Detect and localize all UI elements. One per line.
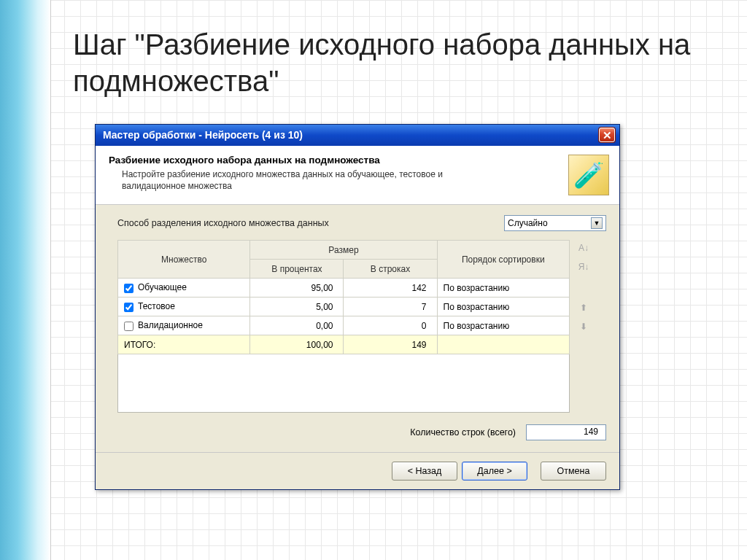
cell-order[interactable]: По возрастанию [437, 279, 569, 298]
total-count-row: Количество строк (всего) 149 [117, 424, 606, 440]
wizard-footer: < Назад Далее > Отмена [96, 452, 619, 489]
cell-set[interactable]: Валидационное [118, 316, 250, 335]
split-table: Множество Размер Порядок сортировки В пр… [117, 240, 570, 354]
table-row: Валидационное 0,00 0 По возрастанию [118, 316, 570, 335]
side-buttons: A↓ Я↓ ⬆ ⬇ [577, 240, 590, 413]
cell-order[interactable]: По возрастанию [437, 298, 569, 316]
wizard-header: Разбиение исходного набора данных на под… [96, 146, 619, 205]
col-order: Порядок сортировки [437, 241, 569, 279]
wizard-content: Способ разделения исходного множества да… [96, 205, 619, 452]
slide-left-stripe [0, 0, 51, 560]
empty-list-area [117, 354, 570, 413]
sort-desc-button[interactable]: Я↓ [577, 260, 590, 273]
total-order-empty [437, 335, 569, 354]
cell-rows[interactable]: 142 [344, 279, 437, 298]
total-pct: 100,00 [250, 335, 344, 354]
total-count-value: 149 [526, 424, 606, 440]
col-set: Множество [118, 241, 250, 279]
total-rows: 149 [344, 335, 437, 354]
col-size: Размер [250, 241, 437, 260]
next-button[interactable]: Далее > [462, 462, 527, 481]
cell-rows[interactable]: 7 [344, 298, 437, 316]
cell-rows[interactable]: 0 [344, 316, 437, 335]
total-label: ИТОГО: [118, 335, 250, 354]
wizard-step-icon: 🧪 [568, 155, 609, 195]
row-checkbox-validation[interactable] [124, 322, 133, 331]
table-row-total: ИТОГО: 100,00 149 [118, 335, 570, 354]
window-title: Мастер обработки - Нейросеть (4 из 10) [103, 129, 303, 141]
dialog-body: Разбиение исходного набора данных на под… [96, 146, 619, 489]
chevron-down-icon: ▼ [591, 217, 603, 229]
wizard-step-title: Разбиение исходного набора данных на под… [109, 155, 561, 166]
back-button[interactable]: < Назад [392, 462, 457, 481]
cell-set[interactable]: Обучающее [118, 279, 250, 298]
total-count-label: Количество строк (всего) [410, 427, 516, 438]
split-method-value: Случайно [508, 218, 548, 228]
pipe-icon: 🧪 [573, 160, 604, 190]
dialog-window: Мастер обработки - Нейросеть (4 из 10) ✕… [95, 124, 620, 490]
cell-set[interactable]: Тестовое [118, 298, 250, 316]
cell-pct[interactable]: 5,00 [250, 298, 344, 316]
cell-pct[interactable]: 95,00 [250, 279, 344, 298]
table-row: Тестовое 5,00 7 По возрастанию [118, 298, 570, 316]
split-method-label: Способ разделения исходного множества да… [117, 218, 494, 228]
col-pct: В процентах [250, 260, 344, 279]
sort-asc-button[interactable]: A↓ [577, 241, 590, 254]
cancel-button[interactable]: Отмена [541, 462, 606, 481]
cell-pct[interactable]: 0,00 [250, 316, 344, 335]
title-bar[interactable]: Мастер обработки - Нейросеть (4 из 10) ✕ [96, 125, 619, 146]
split-method-select[interactable]: Случайно ▼ [504, 215, 606, 231]
col-rows: В строках [344, 260, 437, 279]
move-up-button[interactable]: ⬆ [577, 301, 590, 314]
close-icon: ✕ [603, 130, 612, 141]
split-method-row: Способ разделения исходного множества да… [117, 215, 606, 231]
cell-order[interactable]: По возрастанию [437, 316, 569, 335]
side-spacer [577, 279, 590, 295]
slide-title: Шаг "Разбиение исходного набора данных н… [73, 26, 718, 99]
close-button[interactable]: ✕ [599, 128, 615, 142]
table-row: Обучающее 95,00 142 По возрастанию [118, 279, 570, 298]
move-down-button[interactable]: ⬇ [577, 320, 590, 333]
wizard-step-subtitle: Настройте разбиение исходного множества … [109, 168, 452, 192]
row-checkbox-test[interactable] [124, 303, 133, 312]
row-checkbox-train[interactable] [124, 284, 133, 293]
